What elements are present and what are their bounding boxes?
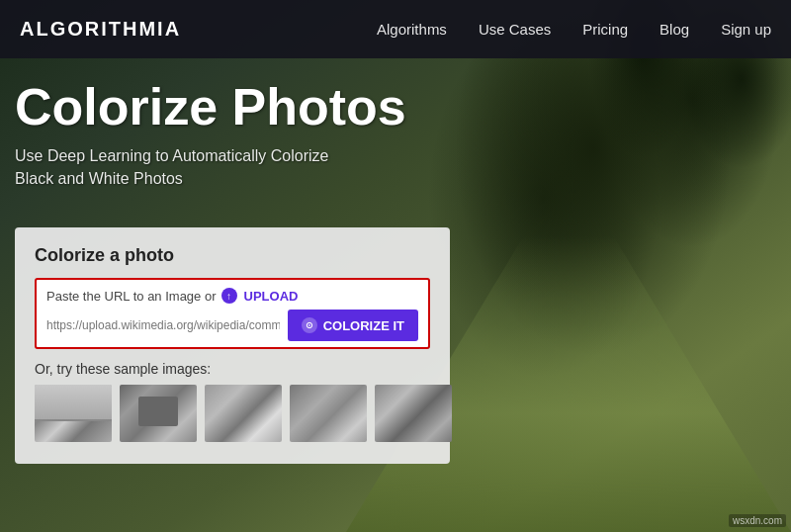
logo[interactable]: ALGORITHMIA [20, 18, 181, 41]
sample-image-1[interactable] [35, 385, 112, 442]
colorize-button[interactable]: ⊙ COLORIZE IT [288, 310, 418, 341]
input-label-row: Paste the URL to an Image or ↑ UPLOAD [46, 288, 418, 304]
nav-use-cases[interactable]: Use Cases [479, 21, 551, 38]
nav-algorithms[interactable]: Algorithms [377, 21, 447, 38]
nav-blog[interactable]: Blog [659, 21, 689, 38]
colorize-icon: ⊙ [302, 317, 317, 333]
sample-image-4[interactable] [290, 385, 367, 442]
widget-title: Colorize a photo [35, 245, 430, 266]
upload-icon: ↑ [221, 288, 237, 304]
hero-title: Colorize Photos [15, 79, 406, 135]
hero-subtitle-line1: Use Deep Learning to Automatically Color… [15, 147, 329, 164]
sample-image-2[interactable] [120, 385, 197, 442]
input-row: ⊙ COLORIZE IT [46, 310, 418, 341]
hero-subtitle-line2: Black and White Photos [15, 170, 183, 187]
sample-images [35, 385, 430, 442]
navbar: ALGORITHMIA Algorithms Use Cases Pricing… [0, 0, 791, 58]
nav-signup[interactable]: Sign up [721, 21, 771, 38]
hero-content: Colorize Photos Use Deep Learning to Aut… [15, 79, 406, 190]
nav-pricing[interactable]: Pricing [582, 21, 628, 38]
colorize-button-label: COLORIZE IT [323, 318, 404, 333]
input-area: Paste the URL to an Image or ↑ UPLOAD ⊙ … [35, 278, 430, 349]
sample-image-3[interactable] [205, 385, 282, 442]
url-input[interactable] [46, 318, 280, 332]
watermark: wsxdn.com [729, 514, 786, 527]
nav-links: Algorithms Use Cases Pricing Blog Sign u… [377, 21, 771, 38]
upload-link[interactable]: UPLOAD [244, 289, 299, 304]
sample-image-5[interactable] [375, 385, 452, 442]
input-label-text: Paste the URL to an Image or [46, 289, 217, 304]
logo-text: ALGORITHMIA [20, 18, 181, 40]
hero-subtitle: Use Deep Learning to Automatically Color… [15, 145, 351, 190]
widget-panel: Colorize a photo Paste the URL to an Ima… [15, 227, 450, 464]
sample-label: Or, try these sample images: [35, 361, 430, 377]
